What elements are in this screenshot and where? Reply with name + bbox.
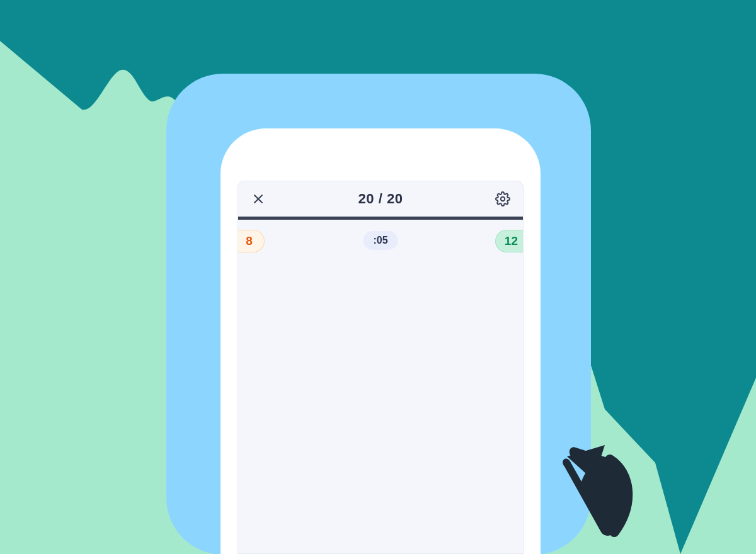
close-button[interactable]	[248, 189, 268, 209]
close-icon	[252, 193, 265, 205]
svg-point-2	[501, 197, 505, 201]
scoreboard: 8 :05 12	[238, 223, 523, 259]
stage: 20 / 20 8 :05 12	[0, 0, 756, 554]
score-right-pill: 12	[495, 230, 524, 252]
phone-frame: 20 / 20 8 :05 12	[220, 128, 541, 554]
progress-counter: 20 / 20	[358, 191, 403, 207]
score-left-pill: 8	[238, 230, 265, 252]
app-header: 20 / 20	[238, 181, 523, 217]
app-screen: 20 / 20 8 :05 12	[238, 181, 524, 554]
settings-button[interactable]	[493, 189, 513, 209]
progress-bar	[238, 217, 523, 220]
gear-icon	[495, 191, 510, 206]
timer-pill: :05	[363, 231, 398, 250]
